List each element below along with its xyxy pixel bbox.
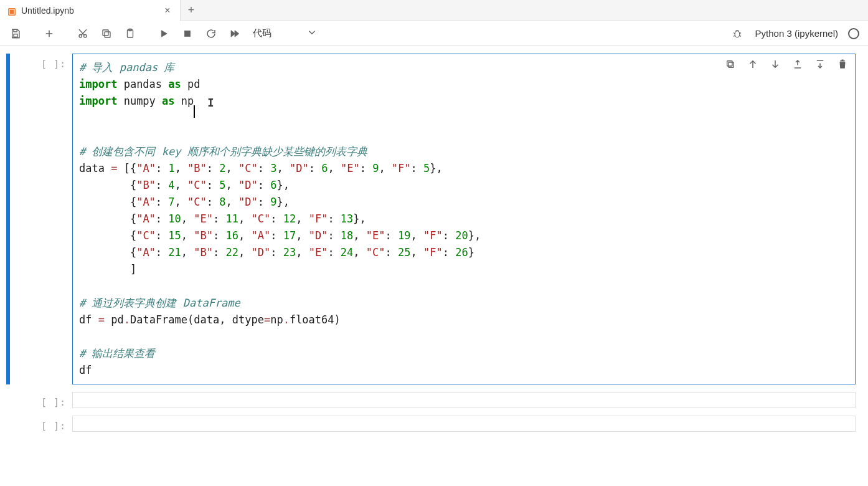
run-button[interactable] <box>153 24 174 43</box>
cell-prompt: [ ]: <box>10 54 72 384</box>
svg-rect-2 <box>14 34 17 37</box>
chevron-down-icon <box>306 27 318 40</box>
new-tab-button[interactable]: + <box>181 0 202 21</box>
toolbar: 代码 Python 3 (ipykernel) <box>0 21 868 46</box>
code-cell[interactable]: [ ]: <box>6 392 856 408</box>
svg-rect-12 <box>727 61 732 66</box>
cell-toolbar <box>723 57 850 72</box>
code-content[interactable]: # 导入 pandas 库 import pandas as pd import… <box>79 59 849 379</box>
debugger-icon[interactable] <box>727 24 748 43</box>
cell-editor[interactable]: # 导入 pandas 库 import pandas as pd import… <box>72 54 856 384</box>
move-down-icon[interactable] <box>768 57 783 72</box>
tab-notebook[interactable]: Untitled.ipynb × <box>0 0 181 21</box>
stop-button[interactable] <box>177 24 198 43</box>
copy-button[interactable] <box>96 24 117 43</box>
code-cell[interactable]: [ ]: <box>6 416 856 432</box>
svg-rect-1 <box>10 9 14 14</box>
run-all-button[interactable] <box>224 24 245 43</box>
cut-button[interactable] <box>72 24 93 43</box>
paste-button[interactable] <box>120 24 141 43</box>
cell-type-label: 代码 <box>253 27 271 39</box>
insert-above-icon[interactable] <box>790 57 805 72</box>
tab-bar: Untitled.ipynb × + <box>0 0 868 21</box>
save-button[interactable] <box>5 24 26 43</box>
move-up-icon[interactable] <box>745 57 760 72</box>
svg-rect-9 <box>185 31 191 36</box>
duplicate-cell-icon[interactable] <box>723 57 738 72</box>
insert-cell-button[interactable] <box>39 24 60 43</box>
cell-editor[interactable] <box>72 392 856 408</box>
cell-prompt: [ ]: <box>10 416 72 432</box>
cell-editor[interactable] <box>72 416 856 432</box>
restart-button[interactable] <box>200 24 222 43</box>
code-cell[interactable]: [ ]: # 导入 pandas 库 import pandas as pd i… <box>6 54 856 384</box>
notebook-area: [ ]: # 导入 pandas 库 import pandas as pd i… <box>0 46 868 486</box>
tab-title: Untitled.ipynb <box>21 6 158 16</box>
cell-type-dropdown[interactable]: 代码 <box>248 24 323 43</box>
close-icon[interactable]: × <box>163 6 172 16</box>
delete-cell-icon[interactable] <box>835 57 850 72</box>
kernel-status-icon[interactable] <box>848 28 859 39</box>
text-cursor-icon: I <box>207 95 214 112</box>
svg-rect-6 <box>103 30 108 36</box>
svg-rect-5 <box>105 32 110 37</box>
svg-point-10 <box>735 31 740 37</box>
notebook-icon <box>7 6 16 15</box>
kernel-name[interactable]: Python 3 (ipykernel) <box>750 28 843 39</box>
svg-rect-11 <box>729 62 734 67</box>
insert-below-icon[interactable] <box>813 57 828 72</box>
cell-prompt: [ ]: <box>10 392 72 408</box>
